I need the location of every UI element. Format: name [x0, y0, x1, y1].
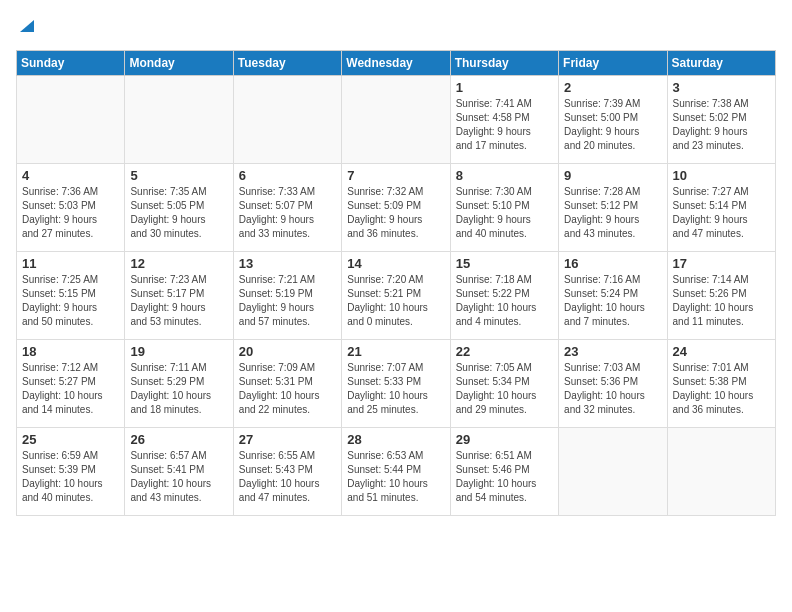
weekday-header-monday: Monday [125, 51, 233, 76]
day-number: 29 [456, 432, 553, 447]
day-info: Sunrise: 7:25 AM Sunset: 5:15 PM Dayligh… [22, 273, 119, 329]
calendar-cell: 2Sunrise: 7:39 AM Sunset: 5:00 PM Daylig… [559, 76, 667, 164]
calendar-cell: 23Sunrise: 7:03 AM Sunset: 5:36 PM Dayli… [559, 340, 667, 428]
day-number: 15 [456, 256, 553, 271]
calendar-cell: 15Sunrise: 7:18 AM Sunset: 5:22 PM Dayli… [450, 252, 558, 340]
calendar-cell: 28Sunrise: 6:53 AM Sunset: 5:44 PM Dayli… [342, 428, 450, 516]
calendar-cell: 25Sunrise: 6:59 AM Sunset: 5:39 PM Dayli… [17, 428, 125, 516]
weekday-header-row: SundayMondayTuesdayWednesdayThursdayFrid… [17, 51, 776, 76]
day-info: Sunrise: 7:33 AM Sunset: 5:07 PM Dayligh… [239, 185, 336, 241]
weekday-header-tuesday: Tuesday [233, 51, 341, 76]
calendar-table: SundayMondayTuesdayWednesdayThursdayFrid… [16, 50, 776, 516]
day-info: Sunrise: 7:38 AM Sunset: 5:02 PM Dayligh… [673, 97, 770, 153]
calendar-cell: 29Sunrise: 6:51 AM Sunset: 5:46 PM Dayli… [450, 428, 558, 516]
calendar-cell [559, 428, 667, 516]
weekday-header-friday: Friday [559, 51, 667, 76]
calendar-cell: 20Sunrise: 7:09 AM Sunset: 5:31 PM Dayli… [233, 340, 341, 428]
calendar-week-row: 18Sunrise: 7:12 AM Sunset: 5:27 PM Dayli… [17, 340, 776, 428]
calendar-cell: 5Sunrise: 7:35 AM Sunset: 5:05 PM Daylig… [125, 164, 233, 252]
day-number: 20 [239, 344, 336, 359]
day-number: 25 [22, 432, 119, 447]
day-info: Sunrise: 7:07 AM Sunset: 5:33 PM Dayligh… [347, 361, 444, 417]
day-info: Sunrise: 7:20 AM Sunset: 5:21 PM Dayligh… [347, 273, 444, 329]
logo-arrow-icon [18, 18, 36, 36]
day-number: 27 [239, 432, 336, 447]
calendar-cell: 10Sunrise: 7:27 AM Sunset: 5:14 PM Dayli… [667, 164, 775, 252]
weekday-header-sunday: Sunday [17, 51, 125, 76]
day-number: 26 [130, 432, 227, 447]
weekday-header-wednesday: Wednesday [342, 51, 450, 76]
day-info: Sunrise: 7:14 AM Sunset: 5:26 PM Dayligh… [673, 273, 770, 329]
calendar-cell [342, 76, 450, 164]
day-number: 13 [239, 256, 336, 271]
day-number: 6 [239, 168, 336, 183]
calendar-week-row: 1Sunrise: 7:41 AM Sunset: 4:58 PM Daylig… [17, 76, 776, 164]
day-number: 28 [347, 432, 444, 447]
svg-marker-0 [20, 20, 34, 32]
day-number: 22 [456, 344, 553, 359]
calendar-cell: 11Sunrise: 7:25 AM Sunset: 5:15 PM Dayli… [17, 252, 125, 340]
calendar-cell: 3Sunrise: 7:38 AM Sunset: 5:02 PM Daylig… [667, 76, 775, 164]
day-number: 17 [673, 256, 770, 271]
day-info: Sunrise: 7:09 AM Sunset: 5:31 PM Dayligh… [239, 361, 336, 417]
header [16, 16, 776, 42]
day-number: 1 [456, 80, 553, 95]
day-number: 7 [347, 168, 444, 183]
day-number: 23 [564, 344, 661, 359]
day-info: Sunrise: 7:18 AM Sunset: 5:22 PM Dayligh… [456, 273, 553, 329]
day-number: 16 [564, 256, 661, 271]
calendar-cell: 7Sunrise: 7:32 AM Sunset: 5:09 PM Daylig… [342, 164, 450, 252]
calendar-cell: 6Sunrise: 7:33 AM Sunset: 5:07 PM Daylig… [233, 164, 341, 252]
calendar-cell [233, 76, 341, 164]
day-number: 18 [22, 344, 119, 359]
day-info: Sunrise: 6:59 AM Sunset: 5:39 PM Dayligh… [22, 449, 119, 505]
day-number: 2 [564, 80, 661, 95]
calendar-week-row: 25Sunrise: 6:59 AM Sunset: 5:39 PM Dayli… [17, 428, 776, 516]
calendar-week-row: 4Sunrise: 7:36 AM Sunset: 5:03 PM Daylig… [17, 164, 776, 252]
calendar-cell: 12Sunrise: 7:23 AM Sunset: 5:17 PM Dayli… [125, 252, 233, 340]
calendar-cell [17, 76, 125, 164]
calendar-cell: 22Sunrise: 7:05 AM Sunset: 5:34 PM Dayli… [450, 340, 558, 428]
calendar-cell: 9Sunrise: 7:28 AM Sunset: 5:12 PM Daylig… [559, 164, 667, 252]
day-number: 10 [673, 168, 770, 183]
day-number: 24 [673, 344, 770, 359]
day-number: 3 [673, 80, 770, 95]
logo [16, 16, 36, 42]
day-info: Sunrise: 7:23 AM Sunset: 5:17 PM Dayligh… [130, 273, 227, 329]
calendar-cell: 17Sunrise: 7:14 AM Sunset: 5:26 PM Dayli… [667, 252, 775, 340]
day-info: Sunrise: 7:12 AM Sunset: 5:27 PM Dayligh… [22, 361, 119, 417]
day-info: Sunrise: 6:51 AM Sunset: 5:46 PM Dayligh… [456, 449, 553, 505]
day-number: 8 [456, 168, 553, 183]
day-number: 11 [22, 256, 119, 271]
calendar-cell [667, 428, 775, 516]
day-info: Sunrise: 7:05 AM Sunset: 5:34 PM Dayligh… [456, 361, 553, 417]
day-number: 21 [347, 344, 444, 359]
weekday-header-thursday: Thursday [450, 51, 558, 76]
day-info: Sunrise: 7:32 AM Sunset: 5:09 PM Dayligh… [347, 185, 444, 241]
day-info: Sunrise: 7:16 AM Sunset: 5:24 PM Dayligh… [564, 273, 661, 329]
calendar-cell: 18Sunrise: 7:12 AM Sunset: 5:27 PM Dayli… [17, 340, 125, 428]
calendar-cell: 14Sunrise: 7:20 AM Sunset: 5:21 PM Dayli… [342, 252, 450, 340]
calendar-cell: 16Sunrise: 7:16 AM Sunset: 5:24 PM Dayli… [559, 252, 667, 340]
day-info: Sunrise: 6:55 AM Sunset: 5:43 PM Dayligh… [239, 449, 336, 505]
day-info: Sunrise: 7:30 AM Sunset: 5:10 PM Dayligh… [456, 185, 553, 241]
day-info: Sunrise: 6:57 AM Sunset: 5:41 PM Dayligh… [130, 449, 227, 505]
day-number: 5 [130, 168, 227, 183]
day-number: 14 [347, 256, 444, 271]
calendar-cell: 8Sunrise: 7:30 AM Sunset: 5:10 PM Daylig… [450, 164, 558, 252]
calendar-cell: 4Sunrise: 7:36 AM Sunset: 5:03 PM Daylig… [17, 164, 125, 252]
day-info: Sunrise: 7:35 AM Sunset: 5:05 PM Dayligh… [130, 185, 227, 241]
day-info: Sunrise: 7:03 AM Sunset: 5:36 PM Dayligh… [564, 361, 661, 417]
calendar-container: SundayMondayTuesdayWednesdayThursdayFrid… [0, 0, 792, 524]
day-number: 19 [130, 344, 227, 359]
day-number: 9 [564, 168, 661, 183]
calendar-cell: 21Sunrise: 7:07 AM Sunset: 5:33 PM Dayli… [342, 340, 450, 428]
day-info: Sunrise: 7:36 AM Sunset: 5:03 PM Dayligh… [22, 185, 119, 241]
calendar-cell [125, 76, 233, 164]
day-info: Sunrise: 7:27 AM Sunset: 5:14 PM Dayligh… [673, 185, 770, 241]
day-info: Sunrise: 7:39 AM Sunset: 5:00 PM Dayligh… [564, 97, 661, 153]
weekday-header-saturday: Saturday [667, 51, 775, 76]
calendar-cell: 27Sunrise: 6:55 AM Sunset: 5:43 PM Dayli… [233, 428, 341, 516]
day-info: Sunrise: 7:11 AM Sunset: 5:29 PM Dayligh… [130, 361, 227, 417]
calendar-cell: 24Sunrise: 7:01 AM Sunset: 5:38 PM Dayli… [667, 340, 775, 428]
